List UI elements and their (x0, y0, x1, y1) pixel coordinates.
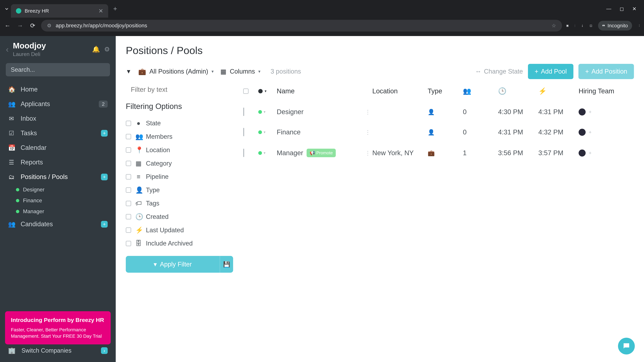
extensions-icon[interactable]: ▣ (566, 24, 569, 27)
change-state-button[interactable]: ↔ Change State (475, 68, 523, 75)
created-column-header[interactable]: 🕒 (498, 87, 537, 95)
filter-option-pipeline[interactable]: ≡Pipeline (126, 170, 233, 183)
minimize-button[interactable]: — (606, 6, 611, 12)
filter-text-input[interactable] (126, 84, 233, 98)
state-column-header[interactable]: ▾ (258, 89, 275, 93)
checkbox[interactable] (126, 241, 131, 246)
site-info-icon[interactable]: ⚙ (47, 23, 52, 28)
row-menu-button[interactable]: ⋮ (365, 129, 371, 136)
row-menu-button[interactable]: ⋮ (365, 109, 371, 115)
close-window-button[interactable]: ✕ (632, 6, 636, 12)
updated-column-header[interactable]: ⚡ (538, 87, 577, 95)
address-bar[interactable]: ⚙ app.breezy.hr/app/c/moodjoy/positions … (41, 20, 562, 31)
filter-toggle-icon[interactable]: ▼ (126, 68, 132, 75)
checkbox[interactable] (126, 174, 131, 179)
switch-companies[interactable]: 🏢 Switch Companies › (0, 344, 116, 358)
checkbox[interactable] (126, 227, 131, 233)
tab-close-button[interactable]: ✕ (98, 7, 103, 14)
switch-companies-expand[interactable]: › (101, 347, 108, 354)
reload-button[interactable]: ⟳ (28, 21, 37, 30)
checkbox[interactable] (126, 214, 131, 219)
checkbox[interactable] (126, 121, 131, 126)
nav-calendar[interactable]: 📅Calendar (0, 140, 116, 155)
filter-option-created[interactable]: 🕒Created (126, 210, 233, 223)
filter-option-type[interactable]: 👤Type (126, 183, 233, 197)
filter-option-tags[interactable]: 🏷Tags (126, 197, 233, 210)
nav-positions[interactable]: 🗂Positions / Pools+ (0, 170, 116, 184)
save-filter-button[interactable]: 💾 (220, 256, 233, 273)
row-menu-button[interactable]: ⋮ (365, 150, 371, 156)
checkbox[interactable] (126, 147, 131, 153)
columns-dropdown[interactable]: ▦ Columns ▾ (220, 68, 260, 75)
table-row[interactable]: ▾ Manager📢Promote⋮ New York, NY 💼 1 3:56… (243, 142, 634, 164)
hiring-team-column-header[interactable]: Hiring Team (578, 87, 629, 95)
browser-tab[interactable]: Breezy HR ✕ (11, 4, 108, 17)
new-tab-button[interactable]: + (113, 5, 117, 12)
incognito-badge[interactable]: 🕶 Incognito (598, 21, 632, 30)
reader-icon[interactable]: ◫ (590, 24, 592, 27)
add-team-member-button[interactable]: + (589, 109, 592, 115)
apply-filter-button[interactable]: ▾Apply Filter 💾 (126, 256, 233, 273)
nav-candidates[interactable]: 👥Candidates+ (0, 217, 116, 231)
nav-tasks[interactable]: ☑Tasks+ (0, 126, 116, 140)
add-position-button[interactable]: +Add Position (578, 64, 634, 79)
chat-fab[interactable] (618, 338, 635, 355)
filter-option-state[interactable]: ●State (126, 117, 233, 130)
add-candidate-button[interactable]: + (101, 221, 108, 228)
positions-scope-dropdown[interactable]: 💼 All Positions (Admin) ▾ (138, 68, 214, 75)
add-team-member-button[interactable]: + (589, 129, 592, 135)
forward-button[interactable]: → (16, 21, 24, 30)
checkbox[interactable] (126, 134, 131, 139)
settings-icon[interactable]: ⚙ (104, 45, 110, 53)
back-button[interactable]: ← (3, 21, 12, 30)
notifications-icon[interactable]: 🔔 (92, 45, 100, 53)
checkbox[interactable] (126, 201, 131, 206)
checkbox[interactable] (126, 161, 131, 166)
add-team-member-button[interactable]: + (589, 150, 592, 156)
table-row[interactable]: ▾ Finance⋮ 👤 0 4:31 PM 4:32 PM + (243, 122, 634, 142)
promo-card[interactable]: Introducing Perform by Breezy HR Faster,… (5, 311, 111, 345)
members-column-header[interactable]: 👥 (463, 87, 496, 95)
select-all-checkbox[interactable] (243, 88, 248, 94)
avatar[interactable] (578, 108, 586, 115)
nav-applicants[interactable]: 👥Applicants2 (0, 97, 116, 111)
table-row[interactable]: ▾ Designer⋮ 👤 0 4:30 PM 4:31 PM + (243, 102, 634, 122)
sidebar-back-button[interactable]: ‹ (6, 44, 9, 54)
filter-option-archived[interactable]: 🗄Include Archived (126, 237, 233, 250)
sidebar-position-manager[interactable]: Manager (16, 206, 116, 217)
filter-option-last-updated[interactable]: ⚡Last Updated (126, 223, 233, 237)
tabs-dropdown-button[interactable] (2, 5, 11, 13)
location-column-header[interactable]: Location (372, 87, 426, 95)
add-task-button[interactable]: + (101, 130, 108, 137)
menu-button[interactable]: ⋮ (638, 24, 641, 27)
nav-reports[interactable]: ☰Reports (0, 155, 116, 170)
nav-home[interactable]: 🏠Home (0, 82, 116, 97)
bookmark-icon[interactable]: ☆ (552, 23, 556, 28)
row-state-dropdown[interactable]: ▾ (258, 130, 275, 134)
maximize-button[interactable]: ◻ (620, 6, 624, 12)
add-position-sidebar-button[interactable]: + (101, 174, 108, 180)
filter-option-category[interactable]: ▦Category (126, 157, 233, 170)
downloads-icon[interactable]: ⭳ (581, 24, 584, 27)
sidebar-position-finance[interactable]: Finance (16, 195, 116, 206)
person-icon: 👤 (135, 186, 142, 194)
row-checkbox[interactable] (243, 108, 244, 116)
avatar[interactable] (578, 129, 586, 136)
type-column-header[interactable]: Type (428, 87, 461, 95)
sidebar-position-designer[interactable]: Designer (16, 184, 116, 195)
tasks-icon: ☑ (8, 130, 15, 137)
row-state-dropdown[interactable]: ▾ (258, 110, 275, 114)
row-checkbox[interactable] (243, 149, 244, 157)
name-column-header[interactable]: Name (277, 87, 371, 95)
chevron-down-icon: ▾ (212, 69, 214, 74)
add-pool-button[interactable]: +Add Pool (528, 64, 574, 79)
row-state-dropdown[interactable]: ▾ (258, 151, 275, 155)
avatar[interactable] (578, 149, 586, 157)
search-input[interactable]: Search... (6, 63, 110, 76)
filter-option-members[interactable]: 👥Members (126, 130, 233, 143)
promote-badge[interactable]: 📢Promote (306, 149, 336, 157)
nav-inbox[interactable]: ✉Inbox (0, 111, 116, 126)
row-checkbox[interactable] (243, 128, 244, 136)
filter-option-location[interactable]: 📍Location (126, 143, 233, 157)
checkbox[interactable] (126, 187, 131, 193)
